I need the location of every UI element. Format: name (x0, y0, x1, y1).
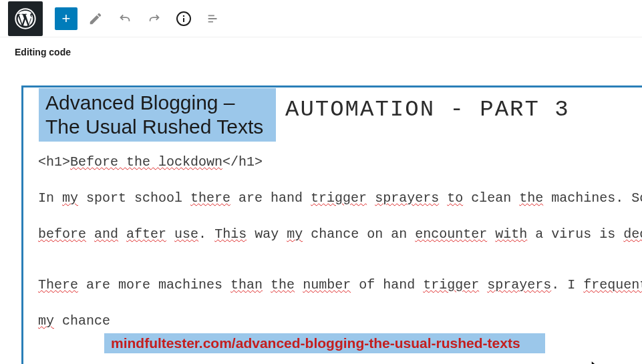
editor-toolbar: + (0, 0, 642, 37)
info-button[interactable] (172, 7, 195, 30)
redo-icon (147, 11, 162, 26)
info-icon (176, 11, 192, 27)
pencil-icon (88, 11, 103, 26)
outline-button[interactable] (202, 7, 224, 30)
add-block-button[interactable]: + (55, 7, 77, 30)
svg-point-2 (183, 15, 184, 16)
code-line[interactable]: <h1>Before the lockdown</h1> (38, 150, 642, 174)
code-line[interactable]: my chance (38, 309, 642, 333)
overlay-url-box: mindfultester.com/advanced-blogging-the-… (104, 333, 545, 353)
overlay-title-line2: The Usual Rushed Texts (45, 115, 269, 139)
undo-button[interactable] (114, 7, 136, 30)
code-line[interactable]: In my sport school there are hand trigge… (38, 186, 642, 210)
code-line[interactable]: There are more machines than the number … (38, 273, 642, 297)
plus-icon: + (62, 10, 71, 27)
overlay-title-line1: Advanced Blogging – (45, 91, 269, 115)
editing-mode-label: Editing code (0, 37, 642, 61)
redo-button[interactable] (143, 7, 166, 30)
wordpress-icon (15, 8, 36, 29)
code-line[interactable]: before and after use. This way my chance… (38, 222, 642, 246)
edit-mode-button[interactable] (84, 7, 107, 30)
undo-icon (118, 11, 132, 26)
list-icon (206, 11, 220, 26)
overlay-title-box: Advanced Blogging – The Usual Rushed Tex… (39, 88, 276, 142)
wordpress-logo[interactable] (8, 1, 43, 36)
svg-rect-3 (183, 18, 184, 22)
